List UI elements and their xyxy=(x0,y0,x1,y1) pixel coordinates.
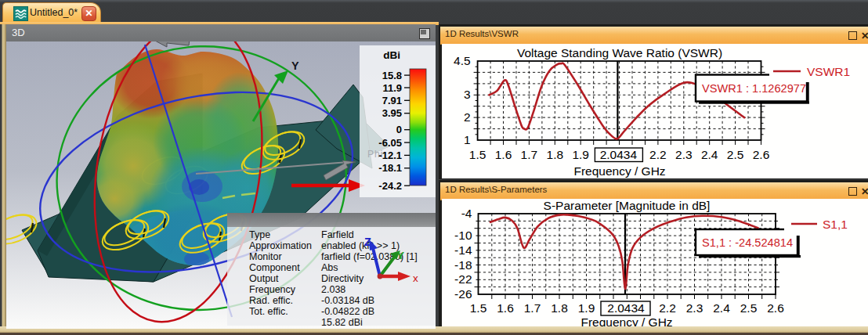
svg-text:Farfield: Farfield xyxy=(321,229,354,240)
svg-text:-0.04822 dB: -0.04822 dB xyxy=(321,306,374,317)
svg-text:2.2: 2.2 xyxy=(659,301,676,315)
svg-text:Y: Y xyxy=(291,59,299,72)
svg-text:1.7: 1.7 xyxy=(524,301,541,315)
svg-text:7.91: 7.91 xyxy=(382,95,402,106)
svg-text:S1,1: S1,1 xyxy=(823,218,848,231)
svg-text:Component: Component xyxy=(249,262,300,273)
svg-text:-18: -18 xyxy=(454,258,472,272)
svg-text:Abs: Abs xyxy=(321,262,338,273)
svg-text:1.7: 1.7 xyxy=(521,148,538,161)
svg-text:Type: Type xyxy=(249,229,270,240)
svg-text:1.8: 1.8 xyxy=(551,301,568,315)
svg-text:2.2: 2.2 xyxy=(649,148,667,161)
svg-text:1: 1 xyxy=(464,133,471,146)
svg-text:2.4: 2.4 xyxy=(701,148,718,161)
svg-text:2: 2 xyxy=(464,110,471,124)
svg-text:-0.03184 dB: -0.03184 dB xyxy=(321,295,374,306)
svg-text:-24.2: -24.2 xyxy=(378,180,402,192)
svg-text:0: 0 xyxy=(396,124,402,135)
svg-text:Tot. effic.: Tot. effic. xyxy=(249,306,288,317)
svg-text:2.5: 2.5 xyxy=(727,148,744,161)
svg-text:-14: -14 xyxy=(454,243,472,257)
svg-text:VSWR1 : 1.1262977: VSWR1 : 1.1262977 xyxy=(702,82,806,95)
svg-text:3: 3 xyxy=(464,88,471,101)
svg-text:2.0434: 2.0434 xyxy=(600,148,638,161)
svg-text:x: x xyxy=(413,272,418,284)
svg-text:dBi: dBi xyxy=(383,49,400,61)
svg-text:1.5: 1.5 xyxy=(469,148,486,161)
svg-text:-6.05: -6.05 xyxy=(378,137,402,149)
svg-text:Frequency: Frequency xyxy=(249,284,296,295)
svg-text:2.3: 2.3 xyxy=(675,148,693,161)
svg-text:Monitor: Monitor xyxy=(249,251,282,262)
svg-text:-4: -4 xyxy=(461,207,472,220)
svg-text:enabled (kR >> 1): enabled (kR >> 1) xyxy=(321,240,400,251)
svg-text:2.4: 2.4 xyxy=(713,301,730,315)
svg-text:Frequency / GHz: Frequency / GHz xyxy=(573,164,665,178)
svg-text:-18.1: -18.1 xyxy=(378,162,402,174)
svg-text:Frequency / GHz: Frequency / GHz xyxy=(580,315,672,326)
svg-text:Rad. effic.: Rad. effic. xyxy=(249,295,293,306)
svg-text:2.6: 2.6 xyxy=(767,301,784,315)
svg-text:-10: -10 xyxy=(454,229,472,242)
svg-text:1.8: 1.8 xyxy=(547,148,564,161)
svg-text:1.5: 1.5 xyxy=(470,301,487,315)
svg-text:15.82 dBi: 15.82 dBi xyxy=(321,317,363,328)
svg-text:2.0434: 2.0434 xyxy=(607,301,645,315)
svg-text:1.6: 1.6 xyxy=(495,148,512,161)
svg-text:S1,1 : -24.524814: S1,1 : -24.524814 xyxy=(702,236,793,249)
svg-text:-22: -22 xyxy=(454,272,472,286)
svg-text:Voltage Standing Wave Ratio (V: Voltage Standing Wave Ratio (VSWR) xyxy=(517,46,722,59)
svg-text:Approximation: Approximation xyxy=(249,240,312,251)
svg-text:3.95: 3.95 xyxy=(382,107,402,119)
svg-text:Output: Output xyxy=(249,273,279,284)
svg-text:-26: -26 xyxy=(454,287,472,301)
svg-text:1.6: 1.6 xyxy=(497,301,514,315)
svg-text:Y: Y xyxy=(397,250,404,261)
svg-text:VSWR1: VSWR1 xyxy=(807,65,850,78)
svg-text:2.6: 2.6 xyxy=(753,148,770,161)
svg-text:2.5: 2.5 xyxy=(740,301,758,315)
svg-text:4.5: 4.5 xyxy=(454,54,471,67)
svg-text:S-Parameter [Magnitude in dB]: S-Parameter [Magnitude in dB] xyxy=(544,199,711,212)
svg-text:Directivity: Directivity xyxy=(321,273,364,284)
svg-text:11.9: 11.9 xyxy=(382,82,402,94)
svg-text:2.3: 2.3 xyxy=(686,301,703,315)
svg-text:1.9: 1.9 xyxy=(578,301,595,315)
svg-text:2.038: 2.038 xyxy=(321,284,345,295)
svg-text:-12.1: -12.1 xyxy=(378,149,402,161)
svg-text:1.9: 1.9 xyxy=(572,148,589,161)
svg-text:15.8: 15.8 xyxy=(382,70,402,81)
